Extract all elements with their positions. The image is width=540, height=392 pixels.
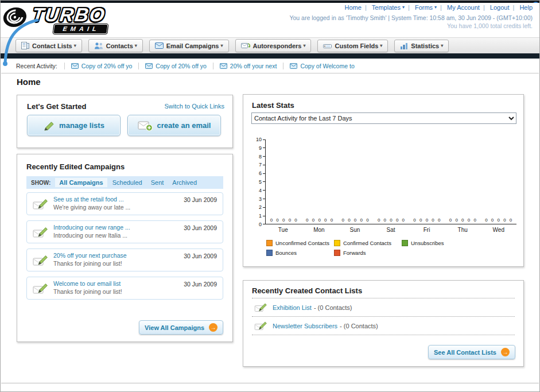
stats-period-select[interactable]: Contact Activity for the Last 7 Days	[251, 112, 516, 124]
edit-campaign-icon	[33, 254, 48, 267]
contacts-icon	[94, 42, 103, 49]
nav-item-my-account[interactable]: My Account	[447, 4, 488, 11]
nav-my-account-link[interactable]: My Account	[447, 4, 480, 11]
manage-lists-button[interactable]: manage lists	[27, 115, 121, 136]
recent-activity-link[interactable]: Copy of 20% off yo	[156, 63, 207, 69]
legend-label: Unsubscribes	[411, 240, 444, 246]
chart-y-axis: 109876543210	[251, 139, 265, 224]
recent-activity-item[interactable]: Copy of 20% off yo	[64, 63, 139, 69]
recent-activity-link[interactable]: 20% off your next	[230, 63, 277, 69]
logo-text-email: EMAIL	[53, 24, 108, 34]
filter-sent[interactable]: Sent	[151, 179, 164, 186]
legend-label: Bounces	[275, 250, 297, 256]
filter-scheduled[interactable]: Scheduled	[112, 179, 142, 186]
chart-zero-values: 0 0 0 0 0	[409, 218, 445, 223]
manage-lists-label: manage lists	[59, 121, 104, 130]
nav-home-link[interactable]: Home	[345, 4, 362, 11]
chart-zero-values: 0 0 0 0 0	[337, 218, 373, 223]
campaign-row[interactable]: See us at the retail food ... We're givi…	[26, 192, 223, 215]
tab-email-campaigns[interactable]: Email Campaigns ▾	[149, 40, 229, 52]
chart-value-labels: 0 0 0 0 00 0 0 0 00 0 0 0 00 0 0 0 00 0 …	[266, 218, 516, 223]
edit-campaign-icon	[33, 197, 48, 211]
edit-list-icon	[254, 302, 267, 313]
email-campaigns-icon	[155, 42, 164, 49]
tab-statistics[interactable]: Statistics ▾	[394, 40, 449, 52]
header: TURBO EMAIL Home Templates▾ Forms▾ My Ac…	[1, 3, 539, 37]
filter-all-campaigns[interactable]: All Campaigns	[55, 178, 107, 187]
filter-archived[interactable]: Archived	[172, 179, 197, 186]
campaign-subtitle: Introducing our new Italia ...	[53, 232, 218, 239]
contact-list-name-link[interactable]: Exhibition List	[273, 304, 312, 311]
campaign-row[interactable]: 20% off your next purchase Thanks for jo…	[26, 249, 223, 271]
create-email-button[interactable]: create an email	[127, 115, 221, 136]
chevron-down-icon: ▾	[434, 5, 437, 10]
tab-label: Custom Fields	[335, 42, 378, 49]
contact-list-row[interactable]: Exhibition List - (0 Contacts)	[252, 298, 515, 316]
campaign-subtitle: We're giving away our late ...	[53, 204, 218, 211]
chevron-down-icon: ▾	[135, 44, 137, 48]
nav-templates-link[interactable]: Templates	[372, 4, 401, 11]
campaign-row[interactable]: Introducing our new range ... Introducin…	[26, 220, 223, 243]
nav-item-help[interactable]: Help	[519, 4, 533, 11]
chart-zero-values: 0 0 0 0 0	[266, 218, 301, 223]
contact-list-row[interactable]: Newsletter Subscribers - (0 Contacts)	[252, 316, 515, 335]
chevron-down-icon: ▾	[402, 5, 405, 10]
nav-help-link[interactable]: Help	[519, 4, 533, 11]
nav-logout-link[interactable]: Logout	[490, 4, 510, 11]
recent-activity-item[interactable]: Copy of Welcome to	[283, 63, 360, 69]
recent-activity-link[interactable]: Copy of Welcome to	[300, 63, 354, 69]
nav-divider-bar	[1, 53, 539, 59]
legend-label: Confirmed Contacts	[343, 240, 391, 246]
chevron-down-icon: ▾	[220, 44, 223, 48]
tab-custom-fields[interactable]: Custom Fields ▾	[317, 40, 388, 52]
page-title: Home	[17, 77, 41, 87]
view-all-campaigns-button[interactable]: View All Campaigns →	[139, 320, 223, 335]
legend-item: Unconfirmed Contacts	[266, 240, 334, 246]
nav-item-logout[interactable]: Logout	[490, 4, 518, 11]
legend-item: Forwards	[334, 250, 402, 256]
contact-list-name-link[interactable]: Newsletter Subscribers	[273, 323, 337, 329]
see-all-contact-lists-button[interactable]: See All Contact Lists →	[428, 345, 515, 359]
nav-item-templates[interactable]: Templates▾	[372, 4, 413, 11]
tab-contact-lists[interactable]: Contact Lists ▾	[15, 39, 82, 52]
chart-day-label: Sun	[337, 227, 373, 233]
show-label: SHOW:	[31, 180, 50, 186]
top-nav: Home Templates▾ Forms▾ My Account Logout…	[345, 4, 533, 11]
recent-activity-link[interactable]: Copy of 20% off yo	[81, 63, 133, 69]
tab-autoresponders[interactable]: Autoresponders ▾	[235, 39, 312, 52]
chart-day-label: Fri	[409, 227, 445, 233]
chevron-down-icon: ▾	[441, 44, 443, 48]
tab-label: Autoresponders	[253, 42, 302, 49]
legend-item: Confirmed Contacts	[334, 240, 402, 246]
tab-contacts[interactable]: Contacts ▾	[88, 39, 143, 52]
get-started-buttons: manage lists create an email	[27, 115, 228, 136]
recent-activity-item[interactable]: 20% off your next	[213, 63, 283, 69]
nav-forms-link[interactable]: Forms	[415, 4, 433, 11]
chart-day-label: Tue	[265, 227, 301, 233]
nav-item-home[interactable]: Home	[345, 4, 370, 11]
legend-swatch	[266, 240, 273, 246]
recent-activity-item[interactable]: Copy of 20% off yo	[138, 63, 213, 69]
credits-info: You have 1,000 total credits left.	[447, 22, 533, 29]
tab-label: Contacts	[106, 42, 133, 49]
nav-item-forms[interactable]: Forms▾	[415, 4, 445, 11]
chevron-down-icon: ▾	[303, 44, 305, 48]
logo-text-turbo: TURBO	[31, 4, 107, 26]
chart-x-axis-labels: TueMonSunSatFriThuWed	[265, 227, 516, 233]
get-started-title: Let's Get Started	[27, 102, 87, 111]
chart-zero-values: 0 0 0 0 0	[481, 218, 516, 223]
main-nav-tabs: Contact Lists ▾ Contacts ▾ Email Campaig…	[1, 37, 539, 53]
logo-swirl-icon	[1, 5, 31, 29]
chart-plot-area: 0 0 0 0 00 0 0 0 00 0 0 0 00 0 0 0 00 0 …	[265, 139, 516, 224]
contact-list-count: - (0 Contacts)	[340, 323, 378, 329]
switch-to-quick-links-link[interactable]: Switch to Quick Links	[164, 103, 224, 110]
see-all-contact-lists-label: See All Contact Lists	[434, 349, 496, 356]
legend-label: Unconfirmed Contacts	[275, 240, 329, 246]
campaigns-list: See us at the retail food ... We're givi…	[26, 192, 223, 305]
chart-day-label: Sat	[373, 227, 409, 233]
legend-swatch	[266, 250, 273, 256]
custom-fields-icon	[323, 42, 332, 49]
campaign-row[interactable]: Welcome to our email list Thanks for joi…	[26, 277, 223, 300]
contact-lists-icon	[21, 42, 29, 49]
latest-stats-panel: Latest Stats Contact Activity for the La…	[243, 94, 524, 267]
